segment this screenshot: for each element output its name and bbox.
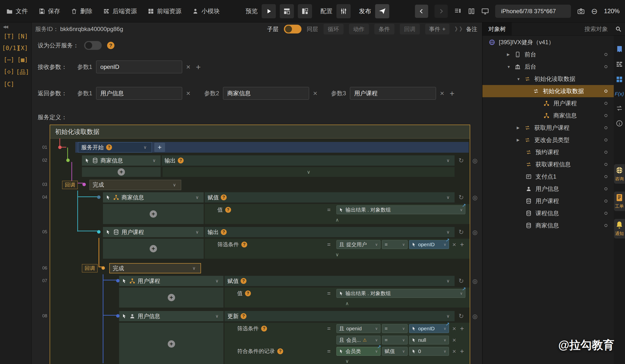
chevron-down-icon[interactable]: ∨: [194, 195, 201, 200]
help-icon[interactable]: ?: [178, 158, 184, 164]
visibility-dot[interactable]: [604, 126, 607, 129]
chevron-down-icon[interactable]: ∨: [194, 229, 201, 235]
split-panes-icon[interactable]: [468, 8, 475, 15]
delete-button[interactable]: 删除: [71, 7, 93, 15]
remove-param-icon[interactable]: ×: [313, 89, 317, 97]
search-icon[interactable]: [615, 26, 622, 32]
monitor-icon[interactable]: [481, 8, 489, 15]
visibility-dot[interactable]: [604, 53, 607, 56]
condition-value-chip[interactable]: null ∨: [409, 336, 449, 344]
chevron-down-icon[interactable]: ∨: [190, 266, 198, 271]
frontend-resources-button[interactable]: 前端资源: [148, 7, 182, 15]
tree-item-project-root[interactable]: [395]IVX健身（v41）: [482, 36, 614, 48]
visibility-dot[interactable]: [604, 187, 607, 190]
callback-done-block[interactable]: 完成 ∨: [90, 180, 181, 190]
chevron-down-icon[interactable]: ∨: [442, 326, 446, 331]
chevron-right-icon[interactable]: ▶: [507, 52, 514, 57]
config-button[interactable]: [337, 4, 351, 18]
action-block-output[interactable]: 输出 ? ∨: [205, 227, 455, 237]
chevron-down-icon[interactable]: ∨: [444, 313, 452, 319]
public-service-toggle[interactable]: [84, 41, 102, 50]
condition-button[interactable]: 条件: [374, 24, 394, 34]
callback-tag[interactable]: 回调: [82, 264, 97, 272]
help-icon[interactable]: ?: [221, 195, 227, 200]
tool-tree-icon[interactable]: [品]: [16, 68, 30, 76]
refresh-icon[interactable]: ↻: [459, 194, 464, 201]
tree-item-get-user-course[interactable]: ▶ 获取用户课程: [482, 122, 614, 134]
chevron-down-icon[interactable]: ∨: [459, 208, 463, 212]
add-item-icon[interactable]: +: [118, 168, 125, 176]
return-param-input-2[interactable]: 商家信息: [223, 87, 309, 100]
zoom-out-icon[interactable]: ⊖: [591, 7, 598, 16]
refresh-icon[interactable]: ↻: [459, 157, 464, 165]
help-icon[interactable]: ?: [277, 348, 283, 354]
info-icon[interactable]: [616, 120, 623, 127]
remove-condition-icon[interactable]: ×: [452, 325, 456, 333]
chevron-down-icon[interactable]: ∨: [142, 145, 149, 150]
help-icon[interactable]: ?: [225, 207, 231, 213]
object-search[interactable]: 搜索对象: [584, 25, 625, 33]
add-item-icon[interactable]: +: [150, 210, 157, 218]
docs-icon[interactable]: [616, 45, 623, 53]
layout-mode-button-1[interactable]: [280, 4, 294, 18]
callback-done-block-selected[interactable]: 完成 ∨: [109, 263, 201, 273]
tool-object-icon[interactable]: [◇]: [2, 68, 16, 76]
chevron-down-icon[interactable]: ▼: [517, 77, 524, 81]
tab-object-tree[interactable]: 对象树: [482, 23, 512, 35]
help-icon[interactable]: ?: [241, 242, 247, 248]
help-icon[interactable]: ?: [106, 144, 112, 150]
visibility-dot[interactable]: [604, 224, 607, 227]
remove-condition-icon[interactable]: ×: [452, 241, 456, 249]
receive-param-input[interactable]: openID: [96, 61, 182, 73]
add-condition-icon[interactable]: +: [460, 347, 464, 355]
chevron-down-icon[interactable]: ∨: [214, 278, 220, 284]
records-value-chip[interactable]: 0 ∨: [409, 347, 449, 356]
components-icon[interactable]: [616, 61, 623, 68]
condition-value-chip[interactable]: openID ∨ ↗: [409, 324, 449, 333]
expand-arrow-icon[interactable]: ↗: [445, 237, 450, 243]
chevron-down-icon[interactable]: ∨: [374, 326, 378, 331]
tree-item-user-course-array[interactable]: 用户课程: [482, 97, 614, 110]
add-param-icon[interactable]: +: [450, 89, 455, 98]
action-block-output[interactable]: 输出 ? ∨: [162, 155, 455, 166]
device-selector[interactable]: iPhone6/7/8 375*667: [495, 5, 571, 18]
zoom-level[interactable]: 120%: [604, 8, 620, 15]
remove-param-icon[interactable]: ×: [440, 89, 444, 97]
chevron-right-icon[interactable]: ▶: [517, 138, 524, 142]
chevron-down-icon[interactable]: ∨: [401, 349, 405, 354]
remove-param-icon[interactable]: ×: [186, 89, 190, 97]
visibility-dot[interactable]: [604, 65, 607, 68]
chevron-down-icon[interactable]: ∨: [442, 349, 446, 354]
tree-item-merchant-info-db[interactable]: 商家信息: [482, 219, 614, 232]
collapse-chevron[interactable]: ∧: [224, 299, 470, 308]
swap-icon[interactable]: [616, 105, 623, 112]
target-circle-icon[interactable]: ◎: [472, 229, 477, 236]
target-block-user-course[interactable]: 用户课程 ∨: [119, 276, 223, 286]
records-action-chip[interactable]: 赋值 ∨: [382, 347, 408, 356]
condition-field-chip[interactable]: 且 openid ∨: [337, 324, 380, 333]
add-item-icon[interactable]: +: [168, 340, 175, 348]
condition-op-chip[interactable]: = ∨: [382, 240, 408, 249]
save-button[interactable]: 保存: [39, 7, 60, 15]
tree-item-init-service-selected[interactable]: 初始化读取数据: [482, 85, 614, 97]
chevron-down-icon[interactable]: ∨: [374, 349, 378, 354]
collapse-chevron[interactable]: ∨: [163, 167, 455, 177]
target-block-user-course[interactable]: 用户课程 ∨: [103, 227, 204, 237]
help-icon[interactable]: ?: [241, 278, 247, 284]
formula-icon[interactable]: F(x): [615, 91, 624, 97]
preview-play-button[interactable]: [262, 4, 276, 18]
tool-expression-icon[interactable]: [X]: [16, 45, 30, 52]
chevron-down-icon[interactable]: ∨: [401, 242, 405, 247]
remove-condition-icon[interactable]: ×: [452, 348, 456, 355]
visibility-dot[interactable]: [604, 102, 607, 105]
value-chip-output-result[interactable]: 输出结果 . 对象数组 ∨ ↗: [337, 205, 465, 214]
help-icon[interactable]: ?: [221, 229, 227, 235]
publish-button[interactable]: [375, 4, 389, 18]
chevron-down-icon[interactable]: ∨: [374, 338, 378, 342]
chevron-down-icon[interactable]: ∨: [401, 338, 405, 342]
loop-button[interactable]: 循环: [323, 24, 344, 34]
chevron-down-icon[interactable]: ∨: [151, 158, 158, 163]
collapse-panel-icon[interactable]: ◀◀: [3, 25, 31, 29]
chevron-down-icon[interactable]: ∨: [444, 195, 452, 200]
help-icon[interactable]: ?: [245, 290, 251, 296]
